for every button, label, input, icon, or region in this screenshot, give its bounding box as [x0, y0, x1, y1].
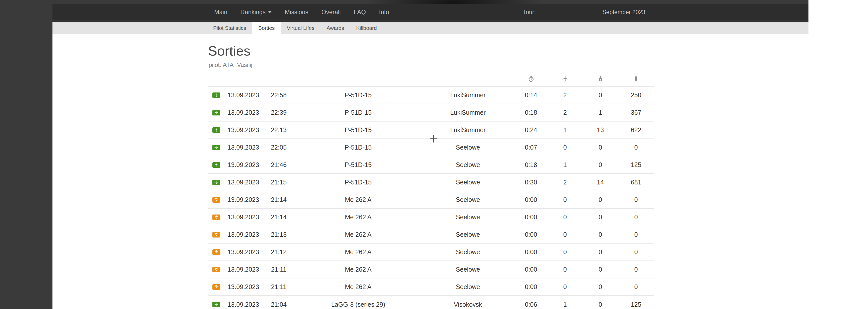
sortie-aircraft: Me 262 A [295, 191, 421, 208]
sortie-aircraft: P-51D-15 [295, 104, 421, 121]
table-row[interactable]: 13.09.2023 21:46 P-51D-15 Seelowe 0:18 1… [208, 156, 654, 174]
parachute-glyph [214, 285, 218, 289]
nav-item-main[interactable]: Main [208, 4, 234, 21]
sortie-air-kills: 2 [548, 86, 583, 104]
table-row[interactable]: 13.09.2023 21:14 Me 262 A Seelowe 0:00 0… [208, 191, 654, 208]
sortie-score: 0 [618, 226, 654, 243]
table-row[interactable]: 13.09.2023 21:11 Me 262 A Seelowe 0:00 0… [208, 261, 654, 278]
sortie-air-kills: 0 [548, 139, 583, 156]
sortie-air-kills: 0 [548, 261, 583, 278]
sortie-score: 0 [618, 261, 654, 278]
tab-awards[interactable]: Awards [320, 22, 350, 34]
sortie-air-kills: 1 [548, 121, 583, 139]
sortie-aircraft: P-51D-15 [295, 156, 421, 174]
sortie-date: 13.09.2023 [224, 121, 262, 139]
sortie-status-landed-icon [212, 302, 220, 307]
parachute-glyph [214, 198, 218, 202]
nav-item-faq[interactable]: FAQ [347, 4, 372, 21]
sortie-mission: LukiSummer [421, 86, 515, 104]
plane-glyph [214, 180, 218, 185]
table-row[interactable]: 13.09.2023 21:15 P-51D-15 Seelowe 0:30 2… [208, 174, 654, 191]
sortie-ground-kills: 0 [583, 261, 618, 278]
tab-killboard[interactable]: Killboard [350, 22, 383, 34]
sortie-score: 125 [618, 296, 654, 309]
tour-select[interactable]: September 2023 [569, 4, 678, 21]
sortie-status-bailed-icon [212, 249, 220, 255]
sortie-mission: Seelowe [421, 156, 515, 174]
sortie-flight-time: 0:07 [515, 139, 548, 156]
sorties-table-header [208, 73, 654, 86]
tab-label: Killboard [356, 25, 377, 31]
sortie-status-bailed-icon [212, 232, 220, 237]
content-area: Sorties pilot: ATA_Vasilij [53, 34, 808, 309]
nav-item-info[interactable]: Info [373, 4, 396, 21]
sortie-score: 681 [618, 174, 654, 191]
plane-glyph [214, 128, 218, 132]
table-row[interactable]: 13.09.2023 22:58 P-51D-15 LukiSummer 0:1… [208, 86, 654, 104]
sortie-aircraft: P-51D-15 [295, 139, 421, 156]
tab-virtual-lifes[interactable]: Virtual Lifes [281, 22, 320, 34]
nav-item-missions[interactable]: Missions [278, 4, 315, 21]
sortie-air-kills: 2 [548, 174, 583, 191]
tab-pilot-statistics[interactable]: Pilot Statistics [207, 22, 252, 34]
sortie-aircraft: Me 262 A [295, 226, 421, 243]
sortie-takeoff-time: 21:46 [262, 156, 295, 174]
sortie-takeoff-time: 22:58 [262, 86, 295, 104]
sortie-ground-kills: 0 [583, 296, 618, 309]
sortie-flight-time: 0:00 [515, 191, 548, 208]
sortie-flight-time: 0:14 [515, 86, 548, 104]
tab-label: Pilot Statistics [213, 25, 246, 31]
sortie-date: 13.09.2023 [224, 243, 262, 261]
sortie-flight-time: 0:18 [515, 156, 548, 174]
tab-sorties[interactable]: Sorties [252, 22, 281, 34]
flight-time-stopwatch-icon [528, 79, 534, 83]
plane-glyph [214, 145, 218, 149]
table-row[interactable]: 13.09.2023 21:14 Me 262 A Seelowe 0:00 0… [208, 208, 654, 226]
sorties-table-body: 13.09.2023 22:58 P-51D-15 LukiSummer 0:1… [208, 86, 654, 309]
sortie-flight-time: 0:00 [515, 208, 548, 226]
sortie-ground-kills: 0 [583, 156, 618, 174]
sortie-takeoff-time: 22:13 [262, 121, 295, 139]
sortie-date: 13.09.2023 [224, 86, 262, 104]
sortie-status-landed-icon [212, 92, 220, 98]
plane-glyph [214, 163, 218, 167]
sortie-status-landed-icon [212, 127, 220, 133]
sortie-mission: Seelowe [421, 191, 515, 208]
sortie-status-landed-icon [212, 145, 220, 150]
table-row[interactable]: 13.09.2023 22:39 P-51D-15 LukiSummer 0:1… [208, 104, 654, 121]
table-row[interactable]: 13.09.2023 21:11 Me 262 A Seelowe 0:00 0… [208, 278, 654, 296]
table-row[interactable]: 13.09.2023 21:12 Me 262 A Seelowe 0:00 0… [208, 243, 654, 261]
sortie-flight-time: 0:00 [515, 278, 548, 296]
table-row[interactable]: 13.09.2023 21:13 Me 262 A Seelowe 0:00 0… [208, 226, 654, 243]
sortie-ground-kills: 0 [583, 191, 618, 208]
sortie-takeoff-time: 22:39 [262, 104, 295, 121]
sortie-score: 0 [618, 139, 654, 156]
sortie-air-kills: 0 [548, 208, 583, 226]
sortie-flight-time: 0:00 [515, 261, 548, 278]
sortie-ground-kills: 0 [583, 139, 618, 156]
sortie-status-bailed-icon [212, 267, 220, 272]
sortie-score: 622 [618, 121, 654, 139]
score-bomb-icon [633, 79, 640, 83]
parachute-glyph [214, 215, 218, 219]
parachute-glyph [214, 267, 218, 272]
chevron-down-icon [268, 11, 272, 13]
sortie-score: 0 [618, 208, 654, 226]
tabs-list: Pilot Statistics Sorties Virtual Lifes A… [207, 22, 383, 34]
sortie-flight-time: 0:24 [515, 121, 548, 139]
sortie-takeoff-time: 21:14 [262, 208, 295, 226]
sortie-status-bailed-icon [212, 284, 220, 290]
sortie-mission: Seelowe [421, 278, 515, 296]
nav-item-rankings[interactable]: Rankings [234, 4, 278, 21]
sortie-takeoff-time: 21:11 [262, 261, 295, 278]
sortie-takeoff-time: 21:13 [262, 226, 295, 243]
nav-item-label: Main [214, 8, 227, 16]
table-row[interactable]: 13.09.2023 21:04 LaGG-3 (series 29) Viso… [208, 296, 654, 309]
sortie-date: 13.09.2023 [224, 261, 262, 278]
sortie-date: 13.09.2023 [224, 191, 262, 208]
sortie-status-landed-icon [212, 110, 220, 115]
nav-item-overall[interactable]: Overall [315, 4, 347, 21]
nav-item-label: Info [379, 8, 389, 16]
sortie-takeoff-time: 21:12 [262, 243, 295, 261]
sortie-aircraft: P-51D-15 [295, 121, 421, 139]
